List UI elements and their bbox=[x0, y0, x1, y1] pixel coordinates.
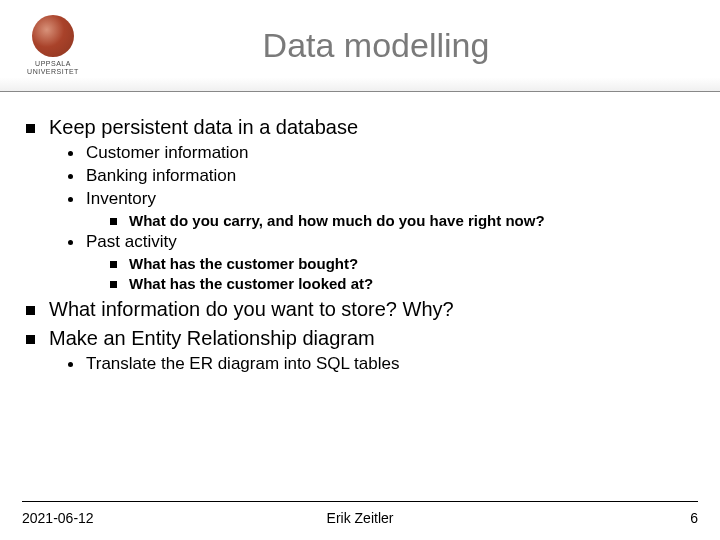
slide-footer: 2021-06-12 Erik Zeitler 6 bbox=[0, 501, 720, 540]
square-bullet-icon bbox=[110, 261, 117, 268]
square-bullet-icon bbox=[26, 124, 35, 133]
bullet-l2: Customer information bbox=[68, 143, 694, 163]
bullet-l2: Inventory bbox=[68, 189, 694, 209]
bullet-l3: What has the customer looked at? bbox=[110, 275, 694, 292]
bullet-text: What information do you want to store? W… bbox=[49, 298, 454, 321]
bullet-text: What do you carry, and how much do you h… bbox=[129, 212, 545, 229]
square-bullet-icon bbox=[110, 281, 117, 288]
bullet-text: Translate the ER diagram into SQL tables bbox=[86, 354, 399, 374]
slide-title: Data modelling bbox=[92, 26, 720, 65]
bullet-text: What has the customer looked at? bbox=[129, 275, 373, 292]
bullet-text: Keep persistent data in a database bbox=[49, 116, 358, 139]
university-logo: UPPSALA UNIVERSITET bbox=[0, 15, 92, 75]
bullet-text: Make an Entity Relationship diagram bbox=[49, 327, 375, 350]
square-bullet-icon bbox=[26, 306, 35, 315]
dot-bullet-icon bbox=[68, 362, 73, 367]
bullet-l2: Translate the ER diagram into SQL tables bbox=[68, 354, 694, 374]
footer-divider bbox=[22, 501, 698, 502]
bullet-text: Inventory bbox=[86, 189, 156, 209]
footer-page-number: 6 bbox=[690, 510, 698, 526]
bullet-l1: Make an Entity Relationship diagram bbox=[26, 327, 694, 350]
bullet-text: Past activity bbox=[86, 232, 177, 252]
dot-bullet-icon bbox=[68, 240, 73, 245]
logo-line2: UNIVERSITET bbox=[27, 68, 79, 76]
footer-row: 2021-06-12 Erik Zeitler 6 bbox=[22, 510, 698, 526]
slide-header: UPPSALA UNIVERSITET Data modelling bbox=[0, 0, 720, 92]
seal-icon bbox=[32, 15, 74, 57]
square-bullet-icon bbox=[26, 335, 35, 344]
logo-text: UPPSALA UNIVERSITET bbox=[27, 60, 79, 75]
dot-bullet-icon bbox=[68, 197, 73, 202]
bullet-text: What has the customer bought? bbox=[129, 255, 358, 272]
dot-bullet-icon bbox=[68, 174, 73, 179]
bullet-text: Banking information bbox=[86, 166, 236, 186]
bullet-l2: Banking information bbox=[68, 166, 694, 186]
logo-line1: UPPSALA bbox=[27, 60, 79, 68]
bullet-l2: Past activity bbox=[68, 232, 694, 252]
footer-author: Erik Zeitler bbox=[327, 510, 394, 526]
footer-date: 2021-06-12 bbox=[22, 510, 94, 526]
bullet-l1: Keep persistent data in a database bbox=[26, 116, 694, 139]
bullet-text: Customer information bbox=[86, 143, 249, 163]
bullet-l1: What information do you want to store? W… bbox=[26, 298, 694, 321]
slide-content: Keep persistent data in a database Custo… bbox=[0, 92, 720, 374]
dot-bullet-icon bbox=[68, 151, 73, 156]
bullet-l3: What do you carry, and how much do you h… bbox=[110, 212, 694, 229]
bullet-l3: What has the customer bought? bbox=[110, 255, 694, 272]
square-bullet-icon bbox=[110, 218, 117, 225]
